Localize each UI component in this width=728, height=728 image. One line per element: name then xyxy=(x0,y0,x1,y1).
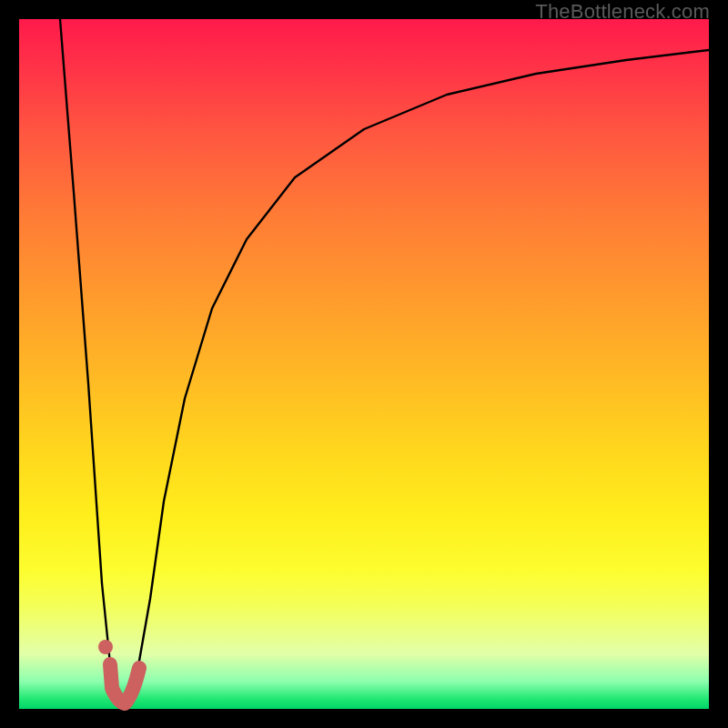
chart-frame: TheBottleneck.com xyxy=(0,0,728,728)
highlight-dot xyxy=(98,640,113,654)
watermark-text: TheBottleneck.com xyxy=(535,0,710,24)
chart-svg xyxy=(19,19,709,709)
highlight-segment xyxy=(110,664,139,703)
plot-area xyxy=(19,19,709,709)
bottleneck-curve xyxy=(60,19,709,702)
